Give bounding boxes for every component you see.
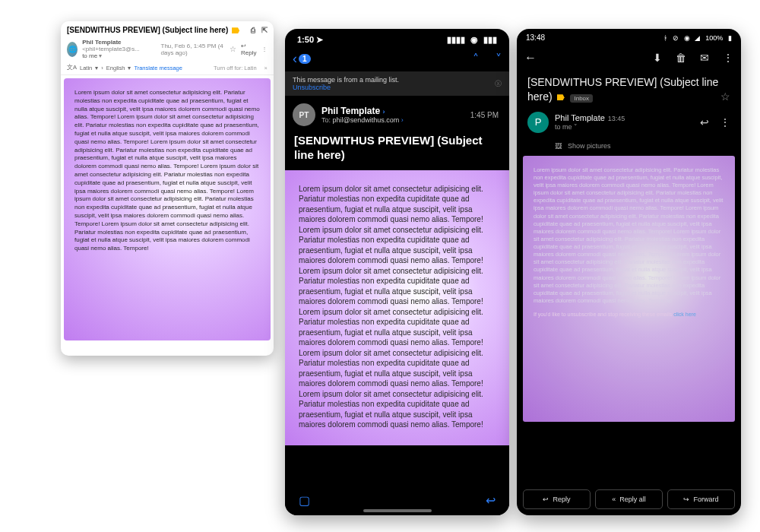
top-nav: ‹1 ˄ ˅	[285, 48, 509, 71]
dnd-icon: ⊘	[673, 34, 679, 42]
mail-icon[interactable]: ✉	[700, 52, 709, 64]
unread-badge: 1	[299, 54, 311, 64]
subject-row: [SENDWITHUS PREVIEW] (Subject line here)…	[61, 21, 274, 36]
battery-icon: ▮	[728, 34, 732, 42]
show-pictures-button[interactable]: 🖼 Show pictures	[517, 139, 741, 156]
bluetooth-icon: ᚼ	[663, 34, 667, 42]
to-line[interactable]: to me	[82, 52, 97, 59]
subject-text: [SENDWITHUS PREVIEW] (Subject line here)	[285, 134, 509, 170]
translate-icon: 文A	[67, 64, 77, 71]
translate-bar: 文A Latin ▾ › English ▾ Translate message…	[61, 61, 274, 75]
mailing-list-banner: This message is from a mailing list. Uns…	[285, 71, 509, 96]
mailing-banner-text: This message is from a mailing list.	[293, 76, 399, 84]
more-icon[interactable]: ⋮	[261, 46, 268, 52]
forward-icon: ↪	[683, 496, 689, 503]
reply-all-button[interactable]: «Reply all	[595, 489, 663, 509]
print-icon[interactable]: ⎙	[251, 26, 255, 34]
reply-button[interactable]: ↩Reply	[523, 489, 591, 509]
status-bar: 1:50 ➤ ▮▮▮▮ ◉ ▮▮▮	[285, 29, 509, 48]
important-marker-icon[interactable]	[232, 27, 239, 33]
to-address: phil@sendwithus.com	[333, 116, 400, 124]
delete-icon[interactable]: 🗑	[676, 52, 686, 64]
avatar: P	[527, 112, 549, 133]
action-bar: ↩Reply «Reply all ↪Forward	[523, 489, 735, 509]
star-icon[interactable]: ☆	[720, 90, 730, 104]
back-icon[interactable]: ←	[524, 51, 537, 65]
open-new-icon[interactable]: ⇱	[261, 26, 268, 34]
signal-icon: ◢	[695, 34, 700, 42]
sender-row[interactable]: P Phil Template13:45 to me ˅ ↩ ⋮	[517, 106, 741, 139]
reply-button[interactable]: ↩ Reply	[241, 43, 257, 56]
reply-icon[interactable]: ↩	[700, 116, 709, 128]
home-indicator[interactable]	[363, 509, 432, 512]
inbox-chip[interactable]: Inbox	[570, 94, 593, 103]
chevron-right-icon: ›	[401, 116, 404, 124]
back-button[interactable]: ‹1	[293, 51, 311, 67]
battery-icon: ▮▮▮	[483, 35, 497, 44]
unsubscribe-link[interactable]: click here	[673, 312, 696, 317]
translate-cta[interactable]: Translate message	[134, 65, 182, 71]
more-icon[interactable]: ⋮	[720, 116, 730, 128]
top-bar: ← ⬇ 🗑 ✉ ⋮	[517, 46, 741, 69]
battery-text: 100%	[705, 34, 723, 42]
reply-icon[interactable]: ↩	[486, 493, 496, 508]
avatar[interactable]: 🌐	[67, 42, 78, 57]
clock: 1:50	[297, 35, 314, 44]
arrow-right-icon: ›	[101, 65, 103, 71]
email-body-text: Lorem ipsum dolor sit amet consectetur a…	[534, 166, 723, 304]
next-message-icon[interactable]: ˅	[496, 52, 502, 66]
reply-icon: ↩	[543, 496, 549, 503]
gmail-desktop-pane: [SENDWITHUS PREVIEW] (Subject line here)…	[61, 21, 274, 356]
forward-button[interactable]: ↪Forward	[667, 489, 735, 509]
image-icon: 🖼	[555, 142, 562, 150]
email-body: Lorem ipsum dolor sit amet consectetur a…	[523, 156, 735, 422]
to-label: To:	[321, 116, 331, 124]
archive-icon[interactable]: ▢	[299, 493, 310, 508]
archive-icon[interactable]: ⬇	[653, 52, 662, 64]
sender-name: Phil Template	[321, 106, 380, 116]
more-icon[interactable]: ⋮	[723, 52, 733, 64]
sender-name[interactable]: Phil Template	[82, 39, 121, 46]
unsubscribe-link[interactable]: Unsubscribe	[293, 84, 331, 91]
chevron-down-icon[interactable]: ˅	[574, 123, 578, 131]
previous-message-icon[interactable]: ˄	[473, 52, 479, 66]
ios-mail-pane: 1:50 ➤ ▮▮▮▮ ◉ ▮▮▮ ‹1 ˄ ˅ This message is…	[285, 29, 509, 515]
time: 1:45 PM	[470, 111, 502, 119]
chevron-right-icon: ›	[382, 108, 385, 116]
clock: 13:48	[526, 33, 545, 42]
unsubscribe-line: If you'd like to unsubscribe and stop re…	[534, 311, 724, 318]
subject-text: [SENDWITHUS PREVIEW] (Subject line here)	[67, 26, 228, 34]
subject-text: [SENDWITHUS PREVIEW] (Subject line here)	[527, 76, 718, 103]
time: 13:45	[608, 115, 625, 122]
reply-all-icon: «	[612, 496, 616, 503]
lang-to[interactable]: English	[106, 65, 125, 71]
android-gmail-pane: 13:48 ᚼ ⊘ ◉ ◢ 100% ▮ ← ⬇ 🗑 ✉ ⋮ [SENDWITH…	[517, 29, 741, 515]
close-icon[interactable]: ×	[264, 65, 268, 71]
email-body: Lorem ipsum dolor sit amet consectetur a…	[285, 170, 509, 445]
to-line: to me	[555, 123, 572, 131]
sender-meta-row: 🌐 Phil Template <phil+template3@s... to …	[61, 36, 274, 61]
timestamp: Thu, Feb 6, 1:45 PM (4 days ago)	[161, 43, 226, 56]
subject-row: [SENDWITHUS PREVIEW] (Subject line here)…	[517, 69, 741, 106]
wifi-icon: ◉	[470, 35, 478, 44]
sender-name: Phil Template	[555, 113, 605, 122]
sender-email: <phil+template3@s...	[82, 46, 140, 52]
signal-icon: ▮▮▮▮	[447, 35, 465, 44]
important-marker-icon[interactable]	[557, 94, 565, 100]
avatar: PT	[293, 103, 315, 126]
status-bar: 13:48 ᚼ ⊘ ◉ ◢ 100% ▮	[517, 29, 741, 46]
email-body: Lorem ipsum dolor sit amet consectetur a…	[64, 78, 271, 340]
sender-row[interactable]: PT Phil Template › To: phil@sendwithus.c…	[285, 96, 509, 134]
lang-from[interactable]: Latin	[80, 65, 92, 71]
chevron-down-icon[interactable]: ▾	[128, 65, 131, 71]
translate-turn-off[interactable]: Turn off for: Latin	[214, 65, 257, 71]
chevron-down-icon[interactable]: ▾	[99, 52, 102, 59]
close-icon[interactable]: ⓧ	[495, 79, 502, 89]
star-icon[interactable]: ☆	[230, 45, 236, 53]
chevron-down-icon[interactable]: ▾	[95, 65, 98, 71]
location-icon: ➤	[316, 35, 323, 44]
wifi-icon: ◉	[684, 34, 690, 42]
